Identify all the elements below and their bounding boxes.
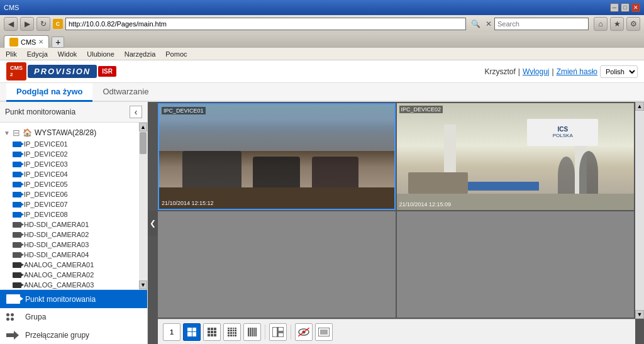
language-select[interactable]: Polish xyxy=(600,65,638,78)
svg-rect-3 xyxy=(278,327,284,331)
camera-icon xyxy=(13,192,21,197)
close-button[interactable]: ✕ xyxy=(631,3,640,12)
menu-pomoc[interactable]: Pomoc xyxy=(164,50,189,58)
search-input[interactable] xyxy=(494,18,589,30)
device-name: IP_DEVICE03 xyxy=(24,160,68,168)
sidebar: Punkt monitorowania ‹ ▼ ⊟ 🏠 WYSTAWA(28/2… xyxy=(0,102,148,344)
sidebar-tree: ▼ ⊟ 🏠 WYSTAWA(28/28) IP_DEVICE01 xyxy=(0,123,139,289)
app-header: CMS 2 PROVISION ISR Krzysztof | Wyloguj … xyxy=(0,60,644,83)
svg-marker-1 xyxy=(14,331,19,340)
logout-link[interactable]: Wyloguj xyxy=(523,67,550,76)
list-item[interactable]: IP_DEVICE01 xyxy=(0,139,139,149)
list-item[interactable]: IP_DEVICE06 xyxy=(0,189,139,199)
browser-tab[interactable]: CMS ✕ xyxy=(4,35,49,48)
camera-cell-2[interactable]: ICS POLSKA xyxy=(397,103,635,210)
camera-icon xyxy=(13,262,21,268)
camera-cell-3[interactable] xyxy=(158,211,396,318)
menu-plik[interactable]: Plik xyxy=(4,50,19,58)
list-item[interactable]: IP_DEVICE03 xyxy=(0,159,139,169)
camera-scroll-down[interactable]: ▼ xyxy=(635,310,644,319)
sidebar-collapse-button[interactable]: ‹ xyxy=(130,106,142,118)
list-item[interactable]: IP_DEVICE04 xyxy=(0,169,139,179)
go-button[interactable]: 🔍 xyxy=(469,19,483,28)
device-name: IP_DEVICE01 xyxy=(24,140,68,148)
sidebar-footer-group[interactable]: Grupa xyxy=(0,308,147,326)
tab-playback[interactable]: Odtwarzanie xyxy=(92,83,158,102)
camera-cell-4[interactable] xyxy=(397,211,635,318)
camera-area-scrollbar: ▲ ▼ xyxy=(635,102,644,319)
sidebar-footer-monitoring[interactable]: Punkt monitorowania xyxy=(0,290,147,308)
change-password-link[interactable]: Zmień hasło xyxy=(557,67,597,76)
tab-live-view[interactable]: Podgląd na żywo xyxy=(6,83,92,102)
toolbar-separator-1 xyxy=(265,325,265,340)
list-item[interactable]: HD-SDI_CAMERA03 xyxy=(0,240,139,250)
tools-button[interactable]: ⚙ xyxy=(626,17,640,31)
favorites-button[interactable]: ★ xyxy=(610,17,624,31)
menu-ulubione[interactable]: Ulubione xyxy=(85,50,116,58)
device-name: HD-SDI_CAMERA01 xyxy=(24,221,89,228)
maximize-button[interactable]: □ xyxy=(621,3,630,12)
home-button[interactable]: ⌂ xyxy=(594,17,608,31)
view-button[interactable] xyxy=(295,323,313,341)
switch-label: Przełączanie grupy xyxy=(25,331,89,340)
custom-layout-button[interactable] xyxy=(269,323,287,341)
device-name: ANALOG_CAMERA03 xyxy=(24,281,94,289)
camera-icon xyxy=(13,152,21,157)
list-item[interactable]: IP_DEVICE08 xyxy=(0,209,139,219)
menu-widok[interactable]: Widok xyxy=(56,50,79,58)
list-item[interactable]: HD-SDI_CAMERA02 xyxy=(0,230,139,240)
list-item[interactable]: ANALOG_CAMERA03 xyxy=(0,280,139,289)
group-label: Grupa xyxy=(25,313,46,321)
list-item[interactable]: ANALOG_CAMERA02 xyxy=(0,270,139,280)
list-item[interactable]: HD-SDI_CAMERA01 xyxy=(0,219,139,230)
monitoring-icon xyxy=(6,294,20,304)
device-name: IP_DEVICE04 xyxy=(24,170,68,178)
address-input[interactable] xyxy=(65,18,466,30)
list-item[interactable]: IP_DEVICE02 xyxy=(0,149,139,159)
scroll-up-button[interactable]: ▲ xyxy=(139,123,147,131)
device-name: IP_DEVICE05 xyxy=(24,180,68,188)
scroll-thumb[interactable] xyxy=(140,132,147,154)
list-item[interactable]: IP_DEVICE05 xyxy=(0,179,139,189)
cms-version: 2 xyxy=(10,72,23,78)
forward-button[interactable]: ▶ xyxy=(20,17,34,31)
new-tab-button[interactable]: + xyxy=(52,36,64,48)
menu-narzedzia[interactable]: Narzędzia xyxy=(123,50,158,58)
camera-icon xyxy=(13,141,21,147)
sidebar-footer-switch[interactable]: Przełączanie grupy xyxy=(0,326,147,344)
sidebar-title: Punkt monitorowania xyxy=(5,108,75,116)
grid-25-button[interactable] xyxy=(243,323,261,341)
grid-1-button[interactable]: 1 xyxy=(163,323,180,341)
grid-25-icon xyxy=(248,328,257,336)
camera-icon xyxy=(13,232,21,238)
list-item[interactable]: ANALOG_CAMERA01 xyxy=(0,260,139,270)
minimize-button[interactable]: ─ xyxy=(610,3,619,12)
title-bar-title: CMS xyxy=(4,4,19,11)
refresh-indicator[interactable]: ✕ xyxy=(486,19,492,28)
list-item[interactable]: HD-SDI_CAMERA04 xyxy=(0,250,139,260)
menu-edycja[interactable]: Edycja xyxy=(25,50,50,58)
camera-area: ❮ ▲ ▼ xyxy=(148,102,644,344)
tree-group-header[interactable]: ▼ ⊟ 🏠 WYSTAWA(28/28) xyxy=(0,126,139,139)
camera-scroll-up[interactable]: ▲ xyxy=(635,102,644,111)
nav-bar: ◀ ▶ ↻ C 🔍 ✕ ⌂ ★ ⚙ xyxy=(0,15,644,33)
reload-button[interactable]: ↻ xyxy=(36,17,50,31)
grid-9-button[interactable] xyxy=(203,323,221,341)
camera-cell-1[interactable]: IPC_DEVICE01 21/10/2014 12:15:12 xyxy=(158,103,396,210)
back-button[interactable]: ◀ xyxy=(4,17,18,31)
list-item[interactable]: IP_DEVICE07 xyxy=(0,199,139,209)
camera-icon xyxy=(13,172,21,177)
grid-4-button[interactable] xyxy=(183,323,201,341)
scroll-down-button[interactable]: ▼ xyxy=(139,280,147,289)
tab-favicon xyxy=(9,38,18,47)
grid-4-icon xyxy=(187,328,196,336)
grid-9-icon xyxy=(208,328,216,336)
svg-rect-9 xyxy=(320,330,328,335)
home-icon: ⊟ xyxy=(13,128,20,138)
camera-icon xyxy=(13,212,21,218)
tab-close-button[interactable]: ✕ xyxy=(38,38,43,45)
grid-16-button[interactable] xyxy=(223,323,241,341)
camera-area-collapse-button[interactable]: ❮ xyxy=(148,211,158,236)
fullscreen-button[interactable] xyxy=(315,323,333,341)
svg-rect-2 xyxy=(272,327,277,337)
